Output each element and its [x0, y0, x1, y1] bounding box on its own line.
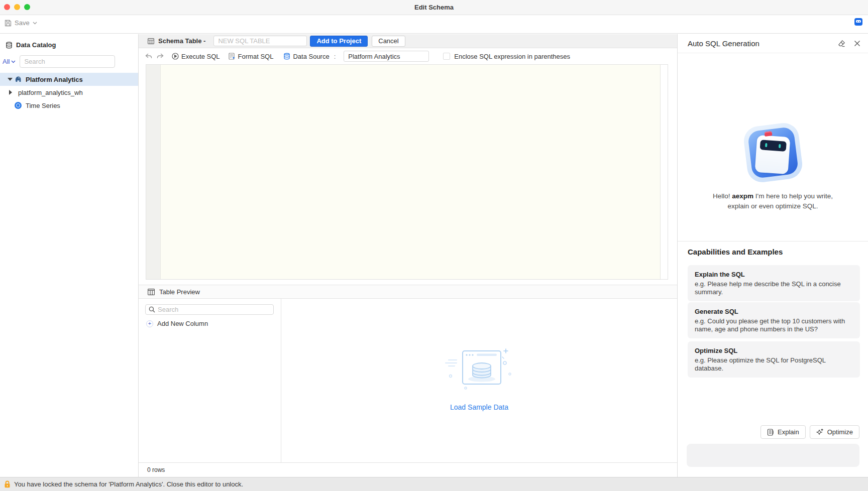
save-chevron-down-icon — [33, 22, 37, 25]
editor-gutter — [146, 65, 161, 279]
assistant-input[interactable] — [687, 444, 859, 467]
tree-item-platform-analytics-wh[interactable]: platform_analytics_wh — [0, 86, 138, 99]
sample-data-area: Load Sample Data — [281, 297, 677, 460]
catalog-filter-dropdown[interactable]: All — [3, 58, 16, 65]
save-icon — [5, 20, 12, 27]
sql-editor[interactable] — [146, 64, 668, 280]
add-to-project-button[interactable]: Add to Project — [310, 36, 368, 47]
table-preview-title: Table Preview — [159, 288, 200, 296]
capability-card-optimize[interactable]: Optimize SQL e.g. Please optimize the SQ… — [688, 341, 860, 378]
capability-card-generate[interactable]: Generate SQL e.g. Could you please get t… — [688, 302, 860, 338]
caret-down-icon[interactable] — [7, 78, 13, 81]
search-icon — [149, 306, 155, 313]
capability-card-explain[interactable]: Explain the SQL e.g. Please help me desc… — [688, 265, 860, 301]
table-preview-body: + Add New Column Loa — [139, 299, 677, 462]
save-button[interactable]: Save — [5, 19, 37, 27]
panel-title: Auto SQL Generation — [688, 39, 759, 48]
execute-sql-button[interactable]: Execute SQL — [172, 53, 220, 60]
lock-icon — [4, 480, 11, 488]
time-series-icon — [15, 102, 22, 109]
catalog-header: Data Catalog — [6, 41, 138, 49]
format-sql-button[interactable]: Format SQL — [229, 53, 274, 60]
database-stack-icon — [6, 42, 13, 49]
column-list-panel: + Add New Column — [139, 299, 281, 462]
schema-table-header: Schema Table - Add to Project Cancel — [139, 34, 677, 48]
chevron-down-icon — [11, 60, 16, 63]
postgres-elephant-icon — [15, 76, 22, 83]
capabilities-title: Capabilities and Examples — [688, 248, 783, 256]
data-source-selector[interactable]: Data Source : — [283, 53, 336, 60]
status-bar: You have locked the schema for 'Platform… — [0, 477, 868, 491]
schema-table-title: Schema Table - — [158, 37, 205, 45]
titlebar: Edit Schema — [0, 0, 868, 15]
ai-assistant-toggle-icon[interactable] — [854, 18, 862, 26]
load-sample-data-link[interactable]: Load Sample Data — [450, 403, 508, 411]
optimize-button[interactable]: Optimize — [810, 425, 859, 439]
clear-eraser-icon[interactable] — [838, 40, 845, 47]
save-label: Save — [15, 19, 30, 27]
parentheses-checkbox-label: Enclose SQL expression in parentheses — [454, 53, 570, 60]
cancel-button[interactable]: Cancel — [372, 36, 405, 47]
editor-text-surface[interactable] — [161, 65, 660, 279]
format-document-icon — [229, 53, 236, 60]
catalog-title: Data Catalog — [16, 41, 56, 49]
caret-right-icon[interactable] — [9, 90, 12, 95]
status-message: You have locked the schema for 'Platform… — [14, 480, 243, 488]
plus-circle-icon: + — [146, 320, 153, 327]
assistant-robot-illustration — [740, 124, 806, 184]
window-title: Edit Schema — [0, 4, 868, 11]
table-grid-icon — [148, 38, 154, 44]
row-count-bar: 0 rows — [139, 462, 677, 477]
add-new-column-button[interactable]: + Add New Column — [146, 320, 281, 327]
catalog-tree: Platform Analytics platform_analytics_wh… — [0, 73, 138, 112]
row-count: 0 rows — [147, 466, 165, 473]
parentheses-checkbox[interactable] — [443, 53, 450, 60]
app-toolbar: Save — [0, 15, 868, 34]
column-search-input[interactable] — [145, 304, 274, 315]
explain-button[interactable]: Explain — [761, 425, 806, 439]
undo-button[interactable] — [145, 53, 152, 60]
sql-toolbar: Execute SQL Format SQL Data Source : Enc… — [139, 48, 677, 64]
play-circle-icon — [172, 53, 179, 60]
catalog-search-input[interactable] — [20, 55, 115, 68]
tree-item-platform-analytics[interactable]: Platform Analytics — [0, 73, 138, 86]
data-source-db-icon — [283, 53, 290, 60]
assistant-greeting: Hello! aexpm I'm here to help you write,… — [678, 191, 868, 211]
table-name-input[interactable] — [213, 36, 307, 46]
close-panel-icon[interactable] — [854, 40, 860, 47]
editor-scrollbar[interactable] — [660, 65, 668, 279]
data-catalog-sidebar: Data Catalog All Platform Analytics plat… — [0, 34, 139, 477]
sparkles-icon — [816, 428, 824, 436]
panel-divider — [678, 241, 868, 241]
load-sample-data-illustration — [442, 346, 517, 398]
document-lines-icon — [767, 429, 774, 436]
redo-button[interactable] — [157, 53, 164, 60]
auto-sql-panel: Auto SQL Generation Hello! aexpm I'm her… — [677, 34, 868, 477]
table-preview-icon — [148, 289, 155, 295]
main-editor-area: Schema Table - Add to Project Cancel Exe… — [139, 34, 677, 477]
tree-item-time-series[interactable]: Time Series — [0, 99, 138, 112]
data-source-input[interactable] — [344, 51, 429, 62]
